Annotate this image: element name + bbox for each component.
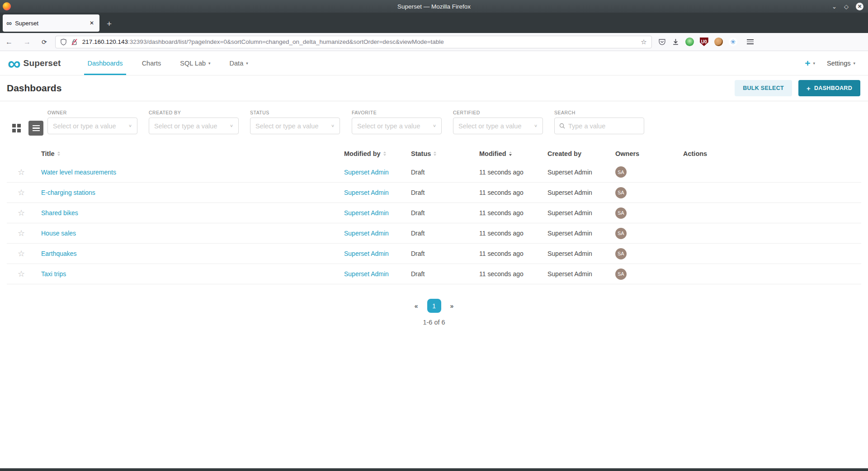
bookmark-star-icon[interactable]: ☆ xyxy=(641,38,646,46)
dashboard-title-link[interactable]: E-charging stations xyxy=(41,189,95,196)
dashboard-title-link[interactable]: Earthquakes xyxy=(41,250,77,257)
filter-status: STATUSSelect or type a value∨ xyxy=(250,110,340,134)
created-by: Superset Admin xyxy=(540,270,608,278)
column-header-modified-by[interactable]: Modified by xyxy=(337,150,404,157)
dashboard-title-link[interactable]: House sales xyxy=(41,230,76,237)
table-header-row: TitleModified byStatusModifiedCreated by… xyxy=(7,146,861,162)
certified-select[interactable]: Select or type a value∨ xyxy=(453,118,543,134)
favorite-select[interactable]: Select or type a value∨ xyxy=(352,118,442,134)
bulk-select-button[interactable]: BULK SELECT xyxy=(735,80,792,96)
pagination: « 1 » xyxy=(0,299,868,313)
table-row: ☆House salesSuperset AdminDraft11 second… xyxy=(7,223,861,243)
insecure-lock-icon[interactable] xyxy=(71,38,78,46)
grid-icon xyxy=(12,124,21,132)
modified-by-link[interactable]: Superset Admin xyxy=(344,270,389,278)
prev-page-button[interactable]: « xyxy=(410,301,423,311)
filter-favorite: FAVORITESelect or type a value∨ xyxy=(352,110,442,134)
back-button[interactable]: ← xyxy=(0,38,18,46)
plus-icon: + xyxy=(805,58,810,68)
modified-by-link[interactable]: Superset Admin xyxy=(344,250,389,257)
reload-button[interactable]: ⟳ xyxy=(36,38,52,46)
pocket-icon[interactable] xyxy=(658,38,666,46)
table-row: ☆EarthquakesSuperset AdminDraft11 second… xyxy=(7,243,861,264)
nav-item-data[interactable]: Data▾ xyxy=(220,51,258,75)
column-header-actions: Actions xyxy=(676,150,861,157)
avatar[interactable]: SA xyxy=(615,166,627,178)
avatar[interactable]: SA xyxy=(615,268,627,280)
window-title: Superset — Mozilla Firefox xyxy=(0,3,868,10)
created-by-select[interactable]: Select or type a value∨ xyxy=(149,118,239,134)
privacy-extension-icon[interactable] xyxy=(685,38,694,46)
url-text[interactable]: 217.160.120.143:32393/dashboard/list/?pa… xyxy=(82,38,637,45)
close-icon[interactable]: ✕ xyxy=(856,3,863,10)
avatar[interactable]: SA xyxy=(615,207,627,219)
menu-icon[interactable] xyxy=(744,39,756,44)
table-row: ☆Shared bikesSuperset AdminDraft11 secon… xyxy=(7,203,861,223)
tab-title: Superset xyxy=(15,20,88,27)
chevron-down-icon: ▾ xyxy=(813,61,816,66)
modified-by-link[interactable]: Superset Admin xyxy=(344,189,389,196)
superset-favicon-icon: ∞ xyxy=(6,19,12,27)
list-view-toggle[interactable] xyxy=(28,121,43,136)
nav-item-sql-lab[interactable]: SQL Lab▾ xyxy=(170,51,220,75)
favorite-star-icon[interactable]: ☆ xyxy=(18,250,25,258)
modified-by-link[interactable]: Superset Admin xyxy=(344,209,389,217)
created-by: Superset Admin xyxy=(540,209,608,217)
created-by: Superset Admin xyxy=(540,169,608,176)
tab-close-icon[interactable]: ✕ xyxy=(88,19,96,27)
next-page-button[interactable]: » xyxy=(446,301,458,311)
dashboard-title-link[interactable]: Shared bikes xyxy=(41,209,78,217)
favorite-star-icon[interactable]: ☆ xyxy=(18,270,25,278)
dashboard-title-link[interactable]: Water level measurements xyxy=(41,169,116,176)
favorite-star-icon[interactable]: ☆ xyxy=(18,229,25,237)
column-header-status[interactable]: Status xyxy=(404,150,472,157)
dashboard-title-link[interactable]: Taxi trips xyxy=(41,270,66,278)
download-icon[interactable] xyxy=(672,38,679,46)
table-row: ☆Water level measurementsSuperset AdminD… xyxy=(7,162,861,182)
forward-button[interactable]: → xyxy=(18,38,36,46)
new-dashboard-button[interactable]: + DASHBOARD xyxy=(798,80,860,96)
superset-logo[interactable]: ∞ Superset xyxy=(8,58,61,69)
created-by: Superset Admin xyxy=(540,230,608,237)
pagination-summary: 1-6 of 6 xyxy=(0,319,868,326)
avatar[interactable]: SA xyxy=(615,248,627,259)
column-header-modified[interactable]: Modified xyxy=(472,150,540,157)
minimize-icon[interactable]: ⌄ xyxy=(832,4,837,9)
browser-tab-superset[interactable]: ∞ Superset ✕ xyxy=(3,14,99,32)
favorite-star-icon[interactable]: ☆ xyxy=(18,168,25,176)
sort-icon xyxy=(57,151,60,156)
maximize-icon[interactable]: ◇ xyxy=(844,4,849,9)
card-view-toggle[interactable] xyxy=(9,121,24,136)
new-tab-button[interactable]: + xyxy=(107,19,112,28)
status-select[interactable]: Select or type a value∨ xyxy=(250,118,340,134)
table-body: ☆Water level measurementsSuperset AdminD… xyxy=(7,162,861,284)
chevron-down-icon: ▾ xyxy=(208,61,211,66)
page-title: Dashboards xyxy=(7,83,61,94)
settings-menu[interactable]: Settings ▾ xyxy=(827,60,855,67)
owner-select[interactable]: Select or type a value∨ xyxy=(47,118,137,134)
nav-item-charts[interactable]: Charts xyxy=(132,51,171,75)
avatar[interactable]: SA xyxy=(615,228,627,239)
search-input[interactable] xyxy=(568,122,639,130)
modified-by-link[interactable]: Superset Admin xyxy=(344,230,389,237)
favorite-star-icon[interactable]: ☆ xyxy=(18,188,25,197)
favorite-star-icon[interactable]: ☆ xyxy=(18,209,25,217)
chevron-down-icon: ∨ xyxy=(433,123,436,128)
new-item-menu[interactable]: + ▾ xyxy=(805,58,815,68)
url-host: 217.160.120.143 xyxy=(82,38,128,45)
sort-icon xyxy=(509,151,512,156)
snowflake-extension-icon[interactable]: ✳ xyxy=(729,38,737,46)
nav-item-dashboards[interactable]: Dashboards xyxy=(78,51,132,75)
cookie-extension-icon[interactable] xyxy=(714,38,723,46)
page-1-button[interactable]: 1 xyxy=(427,299,441,313)
ublock-origin-icon[interactable]: U0 xyxy=(700,38,708,46)
url-bar[interactable]: 217.160.120.143:32393/dashboard/list/?pa… xyxy=(55,36,652,48)
filter-label: CREATED BY xyxy=(149,110,239,115)
filter-label: FAVORITE xyxy=(352,110,442,115)
avatar[interactable]: SA xyxy=(615,187,627,198)
list-icon xyxy=(33,125,40,132)
modified-by-link[interactable]: Superset Admin xyxy=(344,169,389,176)
filter-label: STATUS xyxy=(250,110,340,115)
column-header-title[interactable]: Title xyxy=(34,150,337,157)
shield-icon[interactable] xyxy=(60,38,67,46)
